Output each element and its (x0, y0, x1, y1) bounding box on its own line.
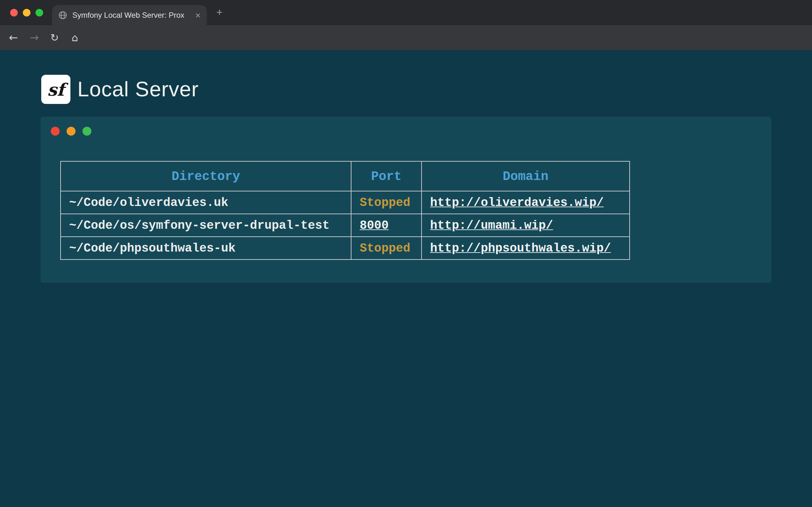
header-port: Port (351, 161, 421, 191)
tab-strip: Symfony Local Web Server: Prox × + (0, 0, 812, 25)
active-tab[interactable]: Symfony Local Web Server: Prox × (52, 5, 207, 25)
directory-cell: ~/Code/os/symfony-server-drupal-test (61, 214, 351, 237)
panel-dot-red (51, 127, 60, 135)
port-status: Stopped (351, 191, 421, 214)
back-icon[interactable]: ← (5, 25, 21, 50)
page-content: sf Local Server Directory Port Domain (0, 50, 812, 507)
page-title: Local Server (78, 75, 199, 104)
panel-dot-orange (67, 127, 75, 135)
table-row: ~/Code/os/symfony-server-drupal-test 800… (61, 214, 629, 237)
server-panel: Directory Port Domain ~/Code/oliverdavie… (41, 117, 771, 283)
tab-favicon-globe-icon (58, 11, 67, 20)
directory-cell: ~/Code/oliverdavies.uk (61, 191, 351, 214)
servers-table: Directory Port Domain ~/Code/oliverdavie… (60, 161, 630, 260)
home-icon[interactable]: ⌂ (67, 25, 83, 50)
port-status: Stopped (351, 237, 421, 260)
forward-icon[interactable]: → (26, 25, 43, 50)
port-cell: 8000 (351, 214, 421, 237)
symfony-logo-text: sf (47, 79, 64, 99)
window-close-button[interactable] (10, 9, 18, 16)
reload-icon[interactable]: ↻ (46, 25, 63, 50)
window-minimize-button[interactable] (23, 9, 31, 16)
header-domain: Domain (421, 161, 629, 191)
domain-link[interactable]: http://umami.wip/ (430, 218, 553, 232)
tab-title: Symfony Local Web Server: Prox (72, 11, 190, 20)
panel-dot-green (83, 127, 91, 135)
symfony-logo: sf (41, 75, 70, 104)
directory-cell: ~/Code/phpsouthwales-uk (61, 237, 351, 260)
new-tab-button[interactable]: + (212, 5, 227, 20)
header-directory: Directory (61, 161, 351, 191)
domain-link[interactable]: http://oliverdavies.wip/ (430, 195, 604, 210)
domain-cell: http://oliverdavies.wip/ (421, 191, 629, 214)
browser-toolbar: ← → ↻ ⌂ i localhost:7080 ★ ••• ⚙ ⚙ U ⊚ ☁… (0, 25, 812, 50)
tab-close-icon[interactable]: × (195, 11, 200, 20)
window-zoom-button[interactable] (36, 9, 43, 16)
table-row: ~/Code/oliverdavies.uk Stopped http://ol… (61, 191, 629, 214)
table-header-row: Directory Port Domain (61, 161, 629, 191)
port-link[interactable]: 8000 (360, 218, 389, 232)
table-row: ~/Code/phpsouthwales-uk Stopped http://p… (61, 237, 629, 260)
browser-window: Symfony Local Web Server: Prox × + ← → ↻… (0, 0, 812, 507)
domain-cell: http://phpsouthwales.wip/ (421, 237, 629, 260)
domain-cell: http://umami.wip/ (421, 214, 629, 237)
domain-link[interactable]: http://phpsouthwales.wip/ (430, 241, 611, 255)
